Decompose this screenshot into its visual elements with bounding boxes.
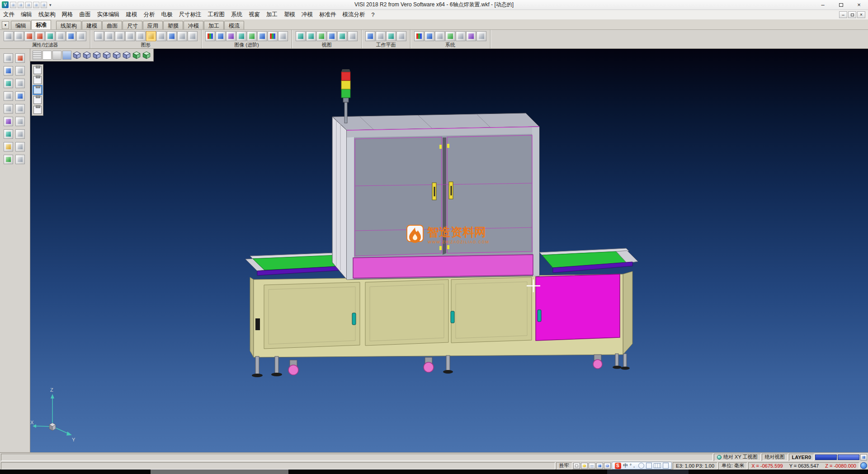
menu-system[interactable]: 系统 — [228, 9, 245, 20]
ime-mic-icon[interactable] — [646, 463, 652, 469]
settings-icon[interactable] — [15, 155, 25, 164]
tab-die[interactable]: 冲模 — [184, 21, 203, 29]
globe-icon[interactable] — [425, 31, 434, 41]
new-document-icon[interactable] — [10, 2, 16, 8]
ime-emoji-icon[interactable] — [638, 463, 644, 469]
color-palette-icon[interactable] — [414, 31, 424, 41]
offset-icon[interactable] — [15, 91, 25, 101]
extend-icon[interactable] — [15, 104, 25, 114]
message-icon[interactable] — [573, 463, 580, 469]
layers-icon[interactable] — [4, 142, 13, 152]
render-sphere-icon[interactable] — [205, 31, 215, 41]
measure-icon[interactable] — [4, 129, 13, 139]
mirror-icon[interactable] — [4, 91, 13, 101]
tab-dropdown-icon[interactable]: ▾ — [2, 21, 9, 29]
workplane-rotate-icon[interactable] — [386, 31, 396, 41]
mdi-restore-button[interactable] — [848, 11, 856, 18]
tab-standard[interactable]: 标准 — [31, 20, 51, 29]
wireframe-display-icon[interactable] — [94, 31, 104, 41]
column-display-icon[interactable] — [177, 31, 187, 41]
snap-ball-icon[interactable] — [581, 463, 588, 469]
database-icon[interactable] — [167, 31, 177, 41]
monitor-icon[interactable] — [435, 31, 445, 41]
properties-copy-icon[interactable] — [14, 31, 24, 41]
lighting-icon[interactable] — [236, 31, 246, 41]
menu-help[interactable]: ? — [368, 10, 378, 19]
select-arrow-icon[interactable] — [4, 53, 13, 63]
ime-language-toggle[interactable]: 中 — [623, 462, 628, 469]
workplane-create-icon[interactable] — [365, 31, 375, 41]
zoom-all-icon[interactable] — [296, 31, 306, 41]
pillar-display-icon[interactable] — [136, 31, 146, 41]
erase-icon[interactable] — [15, 53, 25, 63]
menu-wireframe[interactable]: 线架构 — [35, 9, 59, 20]
tab-dimension[interactable]: 尺寸 — [123, 21, 142, 29]
grid-display-icon[interactable] — [156, 31, 166, 41]
options-icon[interactable] — [476, 31, 486, 41]
counter-icon[interactable] — [596, 463, 603, 469]
menu-file[interactable]: 文件 — [0, 9, 18, 20]
tab-surface[interactable]: 曲面 — [102, 21, 122, 29]
zoom-window-icon[interactable] — [306, 31, 316, 41]
scissors-alt-icon[interactable] — [35, 31, 45, 41]
workplane-align-icon[interactable] — [376, 31, 386, 41]
save-icon[interactable] — [25, 2, 32, 8]
menu-modeling[interactable]: 建模 — [123, 9, 141, 20]
minimize-button[interactable]: – — [814, 0, 832, 9]
quick-access-dropdown-icon[interactable]: ▾ — [48, 3, 52, 7]
open-file-icon[interactable] — [18, 2, 24, 8]
layer-color-bar-1[interactable] — [815, 455, 837, 460]
notebook-icon[interactable] — [589, 463, 595, 469]
mdi-minimize-button[interactable]: – — [839, 11, 847, 18]
menu-electrode[interactable]: 电极 — [158, 9, 176, 20]
dimension-icon[interactable] — [15, 129, 25, 139]
menu-mesh[interactable]: 网格 — [59, 9, 76, 20]
units-panel[interactable]: 单位: 毫米 — [718, 462, 747, 469]
trim-icon[interactable] — [4, 104, 13, 114]
close-button[interactable]: × — [850, 0, 868, 9]
layer-color-bar-2[interactable] — [838, 455, 859, 460]
help-icon[interactable] — [604, 463, 611, 469]
dynamic-rotate-icon[interactable] — [316, 31, 326, 41]
hidden-line-icon[interactable] — [115, 31, 125, 41]
menu-window[interactable]: 视窗 — [245, 9, 263, 20]
ime-toolbox-icon[interactable] — [663, 463, 669, 469]
snapshot-icon[interactable] — [278, 31, 288, 41]
menu-die[interactable]: 冲模 — [298, 9, 316, 20]
menu-dimension[interactable]: 尺寸标注 — [176, 9, 205, 20]
selection-mask-icon[interactable] — [76, 31, 86, 41]
shadow-icon[interactable] — [257, 31, 267, 41]
pan-view-icon[interactable] — [327, 31, 337, 41]
zoom-icon[interactable] — [15, 66, 25, 76]
mdi-close-button[interactable]: × — [857, 11, 865, 18]
render-style-icon[interactable] — [188, 31, 198, 41]
menu-edit[interactable]: 编辑 — [18, 9, 35, 20]
shaded-display-icon[interactable] — [104, 31, 114, 41]
menu-flow-analysis[interactable]: 模流分析 — [340, 9, 368, 20]
notes-icon[interactable] — [4, 155, 13, 164]
network-globe-icon[interactable] — [860, 462, 867, 469]
properties-brush-icon[interactable] — [4, 31, 14, 41]
filter-clear-icon[interactable] — [56, 31, 66, 41]
undo-icon[interactable] — [41, 2, 47, 8]
tab-application[interactable]: 应用 — [143, 21, 163, 29]
menu-solid-edit[interactable]: 实体编辑 — [94, 9, 123, 20]
view-mode-panel[interactable]: 绝对视图 — [762, 454, 788, 461]
tab-wireframe[interactable]: 线架构 — [56, 21, 81, 29]
layer-manager-icon[interactable] — [445, 31, 455, 41]
menu-surface[interactable]: 曲面 — [76, 9, 94, 20]
move-icon[interactable] — [4, 79, 13, 88]
menu-analysis[interactable]: 分析 — [141, 9, 158, 20]
layer-panel[interactable]: LAYER0 — [789, 454, 814, 461]
tab-edit[interactable]: 编辑 — [11, 21, 31, 29]
menu-standard-parts[interactable]: 标准件 — [316, 9, 340, 20]
tab-machining[interactable]: 加工 — [204, 21, 224, 29]
model-canvas[interactable]: 智造资料网 WWW.ZHIZAOZILIAO.COM Z X Y — [30, 49, 868, 452]
cylinder-display-icon[interactable] — [125, 31, 135, 41]
material-icon[interactable] — [216, 31, 226, 41]
previous-view-icon[interactable] — [337, 31, 347, 41]
scissors-icon[interactable] — [24, 31, 34, 41]
lock-panel[interactable]: 拴牢 — [556, 462, 572, 469]
menu-machining[interactable]: 加工 — [263, 9, 281, 20]
workplane-list-icon[interactable] — [396, 31, 406, 41]
